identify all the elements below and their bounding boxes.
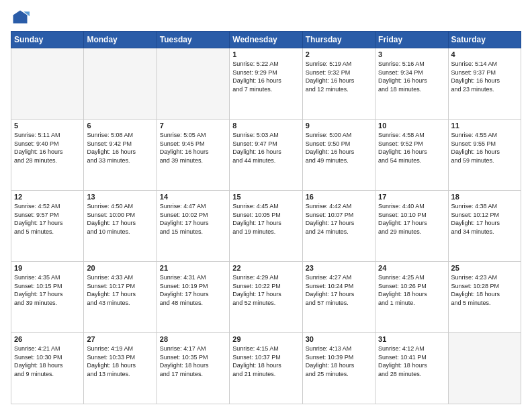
calendar-cell: 24Sunrise: 4:25 AM Sunset: 10:26 PM Dayl…: [375, 262, 448, 333]
day-info: Sunrise: 5:11 AM Sunset: 9:40 PM Dayligh…: [14, 131, 81, 165]
calendar-cell: 6Sunrise: 5:08 AM Sunset: 9:42 PM Daylig…: [84, 120, 157, 191]
day-number: 19: [14, 264, 81, 272]
calendar-cell: 30Sunrise: 4:13 AM Sunset: 10:39 PM Dayl…: [302, 333, 375, 404]
day-info: Sunrise: 4:55 AM Sunset: 9:55 PM Dayligh…: [451, 131, 518, 165]
day-info: Sunrise: 5:03 AM Sunset: 9:47 PM Dayligh…: [232, 131, 299, 165]
day-info: Sunrise: 5:19 AM Sunset: 9:32 PM Dayligh…: [306, 60, 372, 93]
week-row-4: 26Sunrise: 4:21 AM Sunset: 10:30 PM Dayl…: [11, 333, 521, 404]
calendar-cell: 23Sunrise: 4:27 AM Sunset: 10:24 PM Dayl…: [302, 262, 375, 333]
day-number: 9: [306, 122, 372, 130]
day-number: 3: [378, 50, 445, 58]
calendar-cell: 25Sunrise: 4:23 AM Sunset: 10:28 PM Dayl…: [448, 262, 521, 333]
day-info: Sunrise: 4:50 AM Sunset: 10:00 PM Daylig…: [87, 202, 153, 236]
week-row-1: 5Sunrise: 5:11 AM Sunset: 9:40 PM Daylig…: [11, 120, 521, 191]
calendar-cell: 31Sunrise: 4:12 AM Sunset: 10:41 PM Dayl…: [375, 333, 448, 404]
day-number: 14: [160, 193, 226, 201]
weekday-header-thursday: Thursday: [302, 32, 375, 48]
day-number: 5: [14, 122, 81, 130]
day-number: 1: [232, 50, 299, 58]
day-info: Sunrise: 4:15 AM Sunset: 10:37 PM Daylig…: [232, 345, 299, 378]
day-number: 20: [87, 264, 153, 272]
calendar-table: SundayMondayTuesdayWednesdayThursdayFrid…: [11, 31, 521, 404]
day-info: Sunrise: 5:14 AM Sunset: 9:37 PM Dayligh…: [451, 60, 518, 93]
day-info: Sunrise: 5:05 AM Sunset: 9:45 PM Dayligh…: [160, 131, 226, 165]
calendar-cell: [11, 48, 84, 120]
calendar-cell: 17Sunrise: 4:40 AM Sunset: 10:10 PM Dayl…: [375, 191, 448, 262]
day-number: 2: [306, 50, 372, 58]
day-number: 4: [451, 50, 518, 58]
week-row-2: 12Sunrise: 4:52 AM Sunset: 9:57 PM Dayli…: [11, 191, 521, 262]
day-number: 6: [87, 122, 153, 130]
day-number: 22: [232, 264, 299, 272]
day-info: Sunrise: 4:25 AM Sunset: 10:26 PM Daylig…: [378, 273, 445, 307]
weekday-header-row: SundayMondayTuesdayWednesdayThursdayFrid…: [11, 32, 521, 48]
day-number: 24: [378, 264, 445, 272]
page: SundayMondayTuesdayWednesdayThursdayFrid…: [0, 0, 532, 411]
calendar-cell: 12Sunrise: 4:52 AM Sunset: 9:57 PM Dayli…: [11, 191, 84, 262]
day-number: 15: [232, 193, 299, 201]
day-info: Sunrise: 5:16 AM Sunset: 9:34 PM Dayligh…: [378, 60, 445, 93]
day-info: Sunrise: 4:12 AM Sunset: 10:41 PM Daylig…: [378, 345, 445, 378]
calendar-cell: [157, 48, 229, 120]
calendar-cell: 22Sunrise: 4:29 AM Sunset: 10:22 PM Dayl…: [230, 262, 302, 333]
calendar-cell: 15Sunrise: 4:45 AM Sunset: 10:05 PM Dayl…: [230, 191, 302, 262]
day-number: 30: [306, 335, 372, 343]
day-info: Sunrise: 4:19 AM Sunset: 10:33 PM Daylig…: [87, 345, 153, 378]
day-number: 13: [87, 193, 153, 201]
day-info: Sunrise: 4:40 AM Sunset: 10:10 PM Daylig…: [378, 202, 445, 236]
calendar-cell: [448, 333, 521, 404]
day-number: 16: [306, 193, 372, 201]
day-number: 25: [451, 264, 518, 272]
calendar-cell: 1Sunrise: 5:22 AM Sunset: 9:29 PM Daylig…: [230, 48, 302, 120]
day-number: 8: [232, 122, 299, 130]
day-number: 11: [451, 122, 518, 130]
calendar-cell: 13Sunrise: 4:50 AM Sunset: 10:00 PM Dayl…: [84, 191, 157, 262]
calendar-cell: 27Sunrise: 4:19 AM Sunset: 10:33 PM Dayl…: [84, 333, 157, 404]
calendar-cell: 3Sunrise: 5:16 AM Sunset: 9:34 PM Daylig…: [375, 48, 448, 120]
weekday-header-friday: Friday: [375, 32, 448, 48]
day-info: Sunrise: 5:22 AM Sunset: 9:29 PM Dayligh…: [232, 60, 299, 93]
day-info: Sunrise: 4:38 AM Sunset: 10:12 PM Daylig…: [451, 202, 518, 236]
week-row-0: 1Sunrise: 5:22 AM Sunset: 9:29 PM Daylig…: [11, 48, 521, 120]
header: [11, 8, 521, 27]
week-row-3: 19Sunrise: 4:35 AM Sunset: 10:15 PM Dayl…: [11, 262, 521, 333]
day-number: 31: [378, 335, 445, 343]
calendar-cell: 16Sunrise: 4:42 AM Sunset: 10:07 PM Dayl…: [302, 191, 375, 262]
weekday-header-saturday: Saturday: [448, 32, 521, 48]
logo-icon: [11, 8, 30, 27]
calendar-cell: 5Sunrise: 5:11 AM Sunset: 9:40 PM Daylig…: [11, 120, 84, 191]
day-number: 10: [378, 122, 445, 130]
calendar-cell: 7Sunrise: 5:05 AM Sunset: 9:45 PM Daylig…: [157, 120, 229, 191]
day-info: Sunrise: 4:29 AM Sunset: 10:22 PM Daylig…: [232, 273, 299, 307]
day-info: Sunrise: 4:31 AM Sunset: 10:19 PM Daylig…: [160, 273, 226, 307]
calendar-cell: 26Sunrise: 4:21 AM Sunset: 10:30 PM Dayl…: [11, 333, 84, 404]
day-number: 7: [160, 122, 226, 130]
day-number: 26: [14, 335, 81, 343]
calendar-cell: 18Sunrise: 4:38 AM Sunset: 10:12 PM Dayl…: [448, 191, 521, 262]
weekday-header-tuesday: Tuesday: [157, 32, 229, 48]
day-info: Sunrise: 4:33 AM Sunset: 10:17 PM Daylig…: [87, 273, 153, 307]
weekday-header-sunday: Sunday: [11, 32, 84, 48]
calendar-cell: 20Sunrise: 4:33 AM Sunset: 10:17 PM Dayl…: [84, 262, 157, 333]
calendar-cell: 8Sunrise: 5:03 AM Sunset: 9:47 PM Daylig…: [230, 120, 302, 191]
weekday-header-monday: Monday: [84, 32, 157, 48]
day-number: 29: [232, 335, 299, 343]
day-info: Sunrise: 4:47 AM Sunset: 10:02 PM Daylig…: [160, 202, 226, 236]
calendar-cell: 29Sunrise: 4:15 AM Sunset: 10:37 PM Dayl…: [230, 333, 302, 404]
calendar-cell: 11Sunrise: 4:55 AM Sunset: 9:55 PM Dayli…: [448, 120, 521, 191]
weekday-header-wednesday: Wednesday: [230, 32, 302, 48]
day-number: 21: [160, 264, 226, 272]
calendar-cell: 19Sunrise: 4:35 AM Sunset: 10:15 PM Dayl…: [11, 262, 84, 333]
calendar-cell: 28Sunrise: 4:17 AM Sunset: 10:35 PM Dayl…: [157, 333, 229, 404]
day-info: Sunrise: 4:58 AM Sunset: 9:52 PM Dayligh…: [378, 131, 445, 165]
calendar-cell: [84, 48, 157, 120]
day-info: Sunrise: 4:17 AM Sunset: 10:35 PM Daylig…: [160, 345, 226, 378]
day-info: Sunrise: 4:42 AM Sunset: 10:07 PM Daylig…: [306, 202, 372, 236]
logo: [11, 8, 32, 27]
day-info: Sunrise: 4:27 AM Sunset: 10:24 PM Daylig…: [306, 273, 372, 307]
day-number: 27: [87, 335, 153, 343]
day-info: Sunrise: 4:52 AM Sunset: 9:57 PM Dayligh…: [14, 202, 81, 236]
day-info: Sunrise: 4:45 AM Sunset: 10:05 PM Daylig…: [232, 202, 299, 236]
calendar-cell: 9Sunrise: 5:00 AM Sunset: 9:50 PM Daylig…: [302, 120, 375, 191]
calendar-cell: 4Sunrise: 5:14 AM Sunset: 9:37 PM Daylig…: [448, 48, 521, 120]
